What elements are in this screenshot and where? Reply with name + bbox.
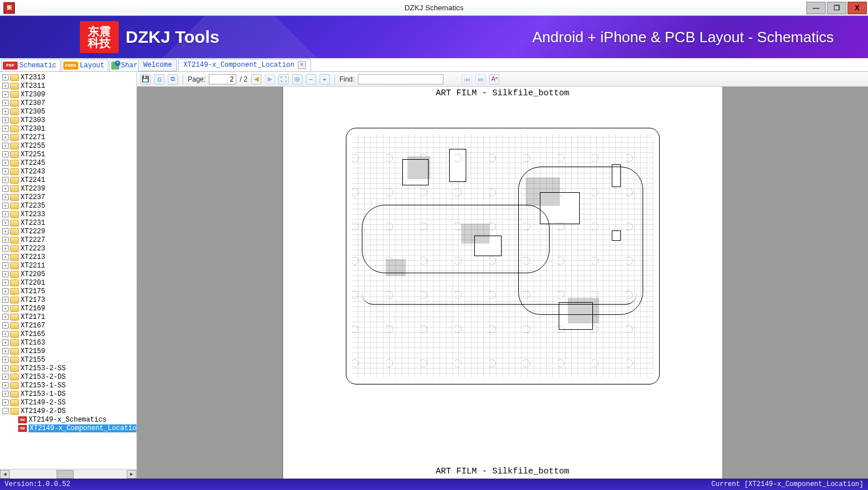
tree-folder[interactable]: +XT2173 [2,295,136,304]
expand-icon[interactable]: + [2,391,9,397]
tree-folder[interactable]: +XT2231 [2,218,136,227]
doc-tab-active[interactable]: XT2149-x_Component_Location × [178,59,310,71]
tree-folder[interactable]: +XT2311 [2,82,136,90]
expand-icon[interactable]: + [2,160,9,166]
expand-icon[interactable]: + [2,331,9,337]
tree-folder[interactable]: +XT2241 [2,176,136,184]
expand-icon[interactable]: + [2,74,9,80]
doc-tab-welcome[interactable]: Welcome [138,59,177,71]
tree-folder[interactable]: +XT2201 [2,278,136,287]
tree-folder-expanded[interactable]: −XT2149-2-DS [2,407,136,415]
tree-folder[interactable]: +XT2309 [2,90,136,99]
tree-folder[interactable]: +XT2313 [2,73,136,82]
tree-folder[interactable]: +XT2227 [2,236,136,244]
tree-horizontal-scrollbar[interactable]: ◄ ► [0,469,136,479]
expand-icon[interactable]: + [2,91,9,98]
tree-folder[interactable]: +XT2245 [2,159,136,167]
tree-folder[interactable]: +XT2153-2-DS [2,372,136,381]
expand-icon[interactable]: + [2,203,9,209]
minimize-button[interactable]: — [806,2,826,14]
tree-folder[interactable]: +XT2243 [2,167,136,176]
tree-folder[interactable]: +XT2153-1-SS [2,381,136,390]
expand-icon[interactable]: + [2,168,9,175]
tree-folder[interactable]: +XT2211 [2,261,136,270]
tree-folder[interactable]: +XT2167 [2,321,136,330]
tree-folder[interactable]: +XT2307 [2,99,136,107]
expand-icon[interactable]: + [2,374,9,380]
tree-folder[interactable]: +XT2271 [2,133,136,141]
expand-icon[interactable]: + [2,322,9,329]
expand-icon[interactable]: + [2,262,9,269]
expand-icon[interactable]: + [2,185,9,192]
tree-folder[interactable]: +XT2223 [2,244,136,253]
tree-folder[interactable]: +XT2155 [2,355,136,364]
find-next-icon[interactable]: ⏭ [475,74,486,84]
tree-folder[interactable]: +XT2153-1-DS [2,390,136,398]
tree-folder[interactable]: +XT2213 [2,253,136,261]
copy-icon[interactable]: ⧉ [168,74,178,84]
tree-folder[interactable]: +XT2159 [2,347,136,355]
find-input[interactable] [358,74,443,84]
expand-icon[interactable]: + [2,125,9,132]
tree-folder[interactable]: +XT2175 [2,287,136,295]
canvas[interactable]: ▸ ART FILM - Silkfile_bottom ART FILM - … [137,87,868,479]
expand-icon[interactable]: + [2,382,9,388]
close-icon[interactable]: × [298,61,306,69]
expand-icon[interactable]: + [2,399,9,406]
expand-icon[interactable]: + [2,194,9,200]
tree-folder[interactable]: +XT2255 [2,141,136,150]
tree-folder[interactable]: +XT2237 [2,193,136,201]
tree-folder[interactable]: +XT2303 [2,116,136,124]
tab-layout[interactable]: PADS Layout [62,59,108,71]
expand-icon[interactable]: + [2,288,9,294]
folder-tree[interactable]: +XT2313+XT2311+XT2309+XT2307+XT2305+XT23… [0,72,136,469]
tree-folder[interactable]: +XT2205 [2,270,136,278]
zoom-out-icon[interactable]: − [306,74,316,84]
scroll-right-icon[interactable]: ► [127,470,136,479]
tree-folder[interactable]: +XT2169 [2,304,136,313]
expand-icon[interactable]: + [2,177,9,183]
expand-icon[interactable]: + [2,117,9,123]
tree-folder[interactable]: +XT2305 [2,107,136,116]
save-icon[interactable]: 💾 [140,74,151,84]
next-page-icon[interactable]: ▶ [265,74,275,84]
tree-folder[interactable]: +XT2251 [2,150,136,159]
expand-icon[interactable]: + [2,348,9,354]
zoom-reset-icon[interactable]: ◎ [292,74,302,84]
expand-icon[interactable]: + [2,100,9,106]
tab-schematic[interactable]: PDF Schematic [1,59,60,71]
close-button[interactable]: X [847,2,867,14]
print-icon[interactable]: ⎙ [154,74,164,84]
splitter-handle-icon[interactable]: ▸ [137,283,139,287]
tree-folder[interactable]: +XT2239 [2,184,136,193]
expand-icon[interactable]: + [2,108,9,115]
scroll-left-icon[interactable]: ◄ [0,470,10,479]
expand-icon[interactable]: + [2,245,9,252]
page-input[interactable] [209,74,236,84]
prev-page-icon[interactable]: ◀ [251,74,261,84]
expand-icon[interactable]: + [2,280,9,286]
fit-page-icon[interactable]: ⛶ [278,74,289,84]
text-highlight-icon[interactable]: Aᵃ [489,74,499,84]
expand-icon[interactable]: + [2,134,9,140]
expand-icon[interactable]: + [2,305,9,311]
tree-file[interactable]: XT2149-x_Component_Location [2,424,136,432]
expand-icon[interactable]: + [2,83,9,89]
expand-icon[interactable]: + [2,357,9,363]
find-prev-icon[interactable]: ⏮ [462,74,472,84]
expand-icon[interactable]: + [2,314,9,320]
tree-folder[interactable]: +XT2233 [2,210,136,218]
tree-folder[interactable]: +XT2301 [2,124,136,133]
zoom-in-icon[interactable]: + [320,74,330,84]
expand-icon[interactable]: + [2,237,9,243]
tree-folder[interactable]: +XT2163 [2,338,136,347]
expand-icon[interactable]: + [2,143,9,149]
expand-icon[interactable]: + [2,254,9,260]
tree-folder[interactable]: +XT2149-2-SS [2,398,136,407]
expand-icon[interactable]: + [2,365,9,371]
tree-folder[interactable]: +XT2153-2-SS [2,364,136,372]
expand-icon[interactable]: + [2,228,9,234]
expand-icon[interactable]: + [2,271,9,277]
expand-icon[interactable]: + [2,211,9,217]
tree-folder[interactable]: +XT2229 [2,227,136,236]
